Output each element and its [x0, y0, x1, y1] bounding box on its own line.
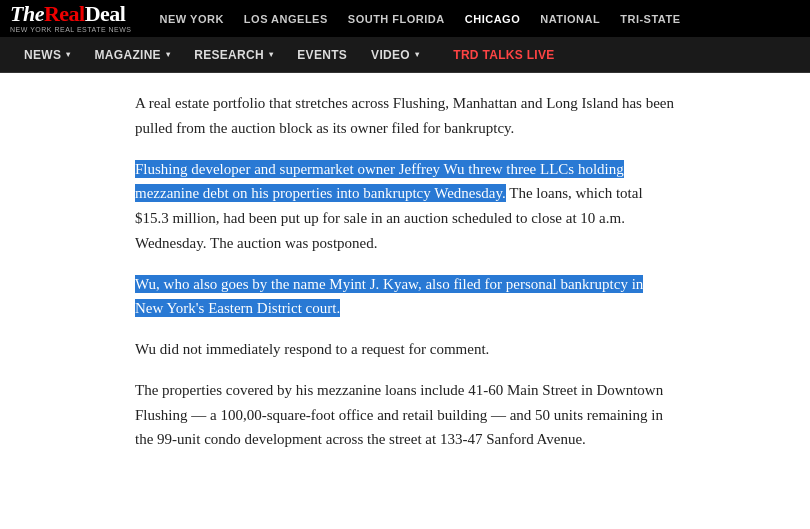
- article-paragraph-3: Wu did not immediately respond to a requ…: [135, 337, 675, 362]
- nav-events[interactable]: EVENTS: [285, 48, 359, 62]
- nav-research[interactable]: RESEARCH ▾: [182, 48, 285, 62]
- nav-south-florida[interactable]: SOUTH FLORIDA: [338, 13, 455, 25]
- intro-text: A real estate portfolio that stretches a…: [135, 95, 674, 136]
- nav-news[interactable]: NEWS ▾: [12, 48, 83, 62]
- top-navigation: NEW YORK LOS ANGELES SOUTH FLORIDA CHICA…: [150, 13, 691, 25]
- nav-tri-state[interactable]: TRI-STATE: [610, 13, 690, 25]
- site-logo: TheRealDeal: [10, 3, 132, 25]
- highlight-text-2: Wu, who also goes by the name Myint J. K…: [135, 275, 643, 318]
- nav-trd-talks-live[interactable]: TRD TALKS LIVE: [441, 48, 566, 62]
- nav-magazine[interactable]: MAGAZINE ▾: [83, 48, 183, 62]
- magazine-dropdown-arrow: ▾: [166, 50, 170, 59]
- article-content: A real estate portfolio that stretches a…: [115, 73, 695, 488]
- nav-new-york[interactable]: NEW YORK: [150, 13, 234, 25]
- logo-subtitle: NEW YORK REAL ESTATE NEWS: [10, 26, 132, 34]
- body-text-3: The properties covered by his mezzanine …: [135, 382, 663, 448]
- video-dropdown-arrow: ▾: [415, 50, 419, 59]
- article-paragraph-1: Flushing developer and supermarket owner…: [135, 157, 675, 256]
- logo-area[interactable]: TheRealDeal NEW YORK REAL ESTATE NEWS: [10, 3, 132, 34]
- article-intro: A real estate portfolio that stretches a…: [135, 83, 675, 141]
- body-text-2: Wu did not immediately respond to a requ…: [135, 341, 489, 357]
- nav-los-angeles[interactable]: LOS ANGELES: [234, 13, 338, 25]
- secondary-navigation: NEWS ▾ MAGAZINE ▾ RESEARCH ▾ EVENTS VIDE…: [0, 37, 810, 73]
- top-bar: TheRealDeal NEW YORK REAL ESTATE NEWS NE…: [0, 0, 810, 37]
- nav-national[interactable]: NATIONAL: [530, 13, 610, 25]
- article-paragraph-4: The properties covered by his mezzanine …: [135, 378, 675, 452]
- news-dropdown-arrow: ▾: [66, 50, 70, 59]
- nav-video[interactable]: VIDEO ▾: [359, 48, 431, 62]
- nav-chicago[interactable]: CHICAGO: [455, 13, 530, 25]
- research-dropdown-arrow: ▾: [269, 50, 273, 59]
- article-paragraph-2: Wu, who also goes by the name Myint J. K…: [135, 272, 675, 322]
